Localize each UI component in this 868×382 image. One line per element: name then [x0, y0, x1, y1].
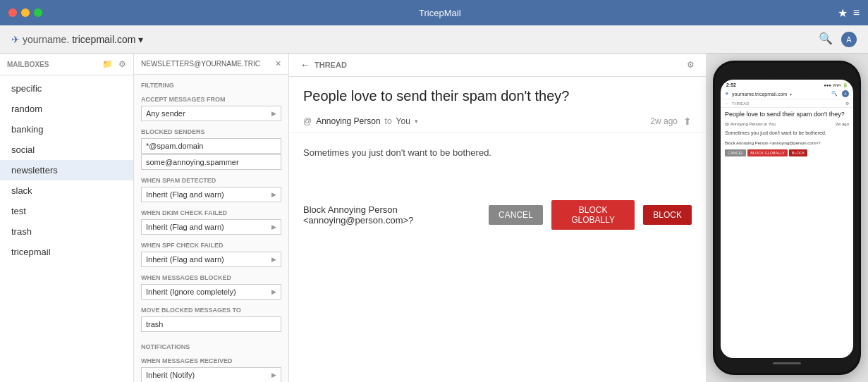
chevron-right-icon: ▶: [271, 110, 276, 117]
chevron-right-icon-3: ▶: [271, 223, 276, 230]
phone-search-icon[interactable]: 🔍: [831, 91, 838, 97]
block-globally-button[interactable]: BLOCK GLOBALLY: [551, 200, 635, 230]
block-button[interactable]: BLOCK: [643, 205, 692, 225]
dkim-label: WHEN DKIM CHECK FAILED: [141, 209, 281, 216]
filtering-content: FILTERING ACCEPT MESSAGES FROM Any sende…: [134, 75, 288, 382]
message-body: Sometimes you just don't want to be both…: [289, 133, 706, 172]
sidebar-header: MAILBOXES 📁 ⚙: [0, 54, 133, 75]
blocked-sender-1: *@spam.domain: [141, 138, 281, 154]
chevron-right-icon-5: ▶: [271, 288, 276, 295]
timestamp: 2w ago: [650, 116, 678, 126]
message-time-area: 2w ago ⬆: [650, 116, 692, 127]
phone-back-icon: ←: [725, 101, 729, 106]
close-button[interactable]: [8, 8, 17, 17]
app-title: TricepMail: [42, 8, 838, 18]
thread-nav: ← THREAD: [300, 59, 347, 70]
thread-title: People love to send their spam don't the…: [289, 77, 706, 110]
menu-icon[interactable]: ≡: [853, 6, 860, 20]
when-received-label: WHEN MESSAGES RECEIVED: [141, 357, 281, 364]
phone-nav-icon: ✈: [725, 91, 729, 97]
phone-mockup: 2:52 ●●●WiFi🔋 ✈ yourname.tricepmail.com …: [713, 61, 861, 375]
address-display[interactable]: ✈ yourname.tricepmail.com ▾: [11, 34, 819, 45]
blocked-sender-2: some@annoying.spammer: [141, 154, 281, 170]
chevron-right-icon-4: ▶: [271, 256, 276, 263]
phone-address-bar: ✈ yourname.tricepmail.com ▾ 🔍 A: [721, 89, 853, 99]
phone-status-bar: 2:52 ●●●WiFi🔋: [721, 80, 853, 89]
phone-avatar[interactable]: A: [842, 90, 849, 97]
sidebar-item-social[interactable]: social: [0, 140, 133, 160]
phone-body: Sometimes you just don't want to be both…: [721, 128, 853, 138]
phone-screen: 2:52 ●●●WiFi🔋 ✈ yourname.tricepmail.com …: [721, 80, 853, 358]
middle-panel: NEWSLETTERS@YOURNAME.TRIC ✕ FILTERING AC…: [134, 54, 289, 382]
chevron-right-icon-6: ▶: [271, 371, 276, 378]
top-bar-icons: ★ ≡: [838, 6, 860, 20]
sidebar-item-banking[interactable]: banking: [0, 119, 133, 140]
phone-at-icon: @: [725, 122, 729, 126]
move-blocked-label: MOVE BLOCKED MESSAGES TO: [141, 307, 281, 314]
phone-block-buttons: CANCEL BLOCK GLOBALLY BLOCK: [721, 148, 853, 158]
phone-thread-label: THREAD: [732, 101, 750, 106]
address-bar: ✈ yourname.tricepmail.com ▾ 🔍 A: [0, 25, 868, 54]
chevron-down-icon[interactable]: ▾: [138, 34, 143, 45]
phone-msg-meta: @ Annoying Person to You 2w ago: [721, 121, 853, 128]
spf-value: Inherit (Flag and warn): [146, 255, 224, 264]
blocked-senders-label: BLOCKED SENDERS: [141, 128, 281, 135]
main-layout: MAILBOXES 📁 ⚙ specific random banking so…: [0, 54, 868, 382]
folder-icon[interactable]: 📁: [102, 59, 113, 69]
messages-blocked-field[interactable]: Inherit (Ignore completely) ▶: [141, 284, 281, 300]
export-icon[interactable]: ⬆: [683, 116, 692, 127]
move-blocked-field[interactable]: trash: [141, 316, 281, 332]
to-label: to: [385, 116, 392, 126]
phone-block-button[interactable]: BLOCK: [789, 149, 808, 156]
window-controls: [8, 8, 42, 17]
search-icon[interactable]: 🔍: [819, 32, 833, 47]
dkim-field[interactable]: Inherit (Flag and warn) ▶: [141, 219, 281, 235]
settings-icon[interactable]: ⚙: [118, 59, 126, 69]
phone-time: 2:52: [726, 82, 736, 87]
sidebar-header-icons: 📁 ⚙: [102, 59, 126, 69]
recipient-chevron[interactable]: ▾: [415, 118, 418, 125]
sidebar-item-slack[interactable]: slack: [0, 180, 133, 201]
spf-field[interactable]: Inherit (Flag and warn) ▶: [141, 252, 281, 267]
puzzle-icon[interactable]: ★: [838, 6, 848, 20]
filtering-title: FILTERING: [141, 82, 281, 89]
phone-address-text: yourname.tricepmail.com: [732, 92, 787, 97]
close-tab-button[interactable]: ✕: [275, 59, 281, 68]
sidebar-items-list: specific random banking social newslette…: [0, 75, 133, 382]
accept-messages-value: Any sender: [146, 109, 185, 118]
phone-chevron: ▾: [790, 92, 792, 97]
thread-header: ← THREAD ⚙: [289, 54, 706, 77]
thread-label: THREAD: [314, 61, 347, 69]
sidebar-item-specific[interactable]: specific: [0, 78, 133, 99]
spf-label: WHEN SPF CHECK FAILED: [141, 242, 281, 249]
sidebar-item-newsletters[interactable]: newsletters: [0, 160, 133, 180]
phone-settings-icon: ⚙: [845, 101, 849, 106]
maximize-button[interactable]: [34, 8, 42, 17]
accept-messages-field[interactable]: Any sender ▶: [141, 106, 281, 121]
spam-detected-field[interactable]: Inherit (Flag and warn) ▶: [141, 187, 281, 202]
move-blocked-value: trash: [146, 320, 163, 328]
minimize-button[interactable]: [21, 8, 30, 17]
phone-sender-area: @ Annoying Person to You: [725, 122, 776, 126]
back-icon[interactable]: ←: [300, 59, 310, 70]
when-received-field[interactable]: Inherit (Notify) ▶: [141, 367, 281, 382]
phone-cancel-button[interactable]: CANCEL: [725, 149, 746, 156]
phone-notch: [769, 71, 805, 77]
sidebar-item-tricepmail[interactable]: tricepmail: [0, 242, 133, 262]
recipient-name: You: [396, 116, 410, 126]
phone-sender: Annoying Person: [731, 122, 763, 126]
cancel-button[interactable]: CANCEL: [489, 205, 543, 225]
phone-block-globally-button[interactable]: BLOCK GLOBALLY: [747, 149, 788, 156]
sidebar-item-trash[interactable]: trash: [0, 221, 133, 242]
sidebar-item-random[interactable]: random: [0, 99, 133, 119]
thread-settings-icon[interactable]: ⚙: [687, 60, 695, 70]
spam-detected-label: WHEN SPAM DETECTED: [141, 177, 281, 184]
block-question-text: Block Annoying Person <annoying@person.c…: [303, 204, 480, 226]
avatar-icon[interactable]: A: [841, 32, 857, 47]
accept-messages-label: ACCEPT MESSAGES FROM: [141, 96, 281, 103]
phone-thread-title: People love to send their spam don't the…: [721, 108, 853, 121]
phone-timestamp: 2w ago: [836, 122, 849, 126]
yourname-part: yourname.: [23, 34, 69, 45]
sidebar-item-test[interactable]: test: [0, 201, 133, 221]
tab-label: NEWSLETTERS@YOURNAME.TRIC: [141, 60, 260, 68]
